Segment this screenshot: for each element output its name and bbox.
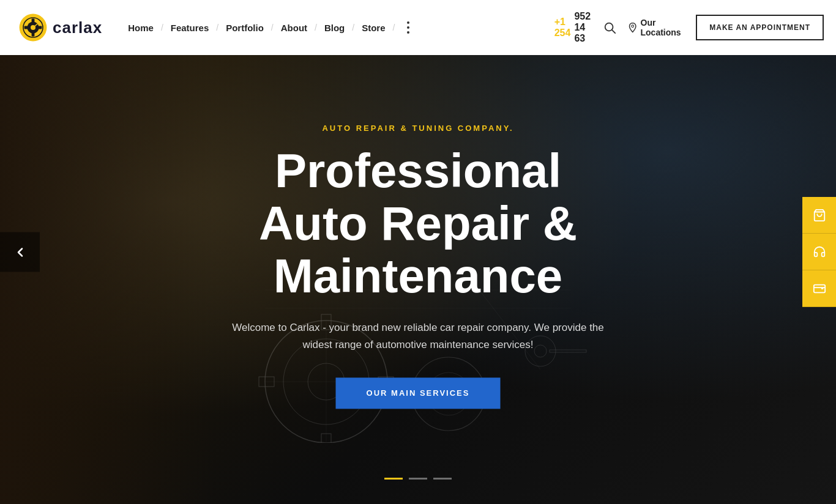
logo[interactable]: carlax [18, 13, 102, 42]
hero-subtitle: Welcome to Carlax - your brand new relia… [225, 320, 611, 353]
sidebar-buttons [802, 197, 836, 307]
header: carlax Home / Features / Portfolio / Abo… [0, 0, 565, 55]
nav-item-portfolio[interactable]: Portfolio [218, 23, 271, 33]
nav-more-button[interactable] [398, 18, 418, 37]
logo-icon [18, 13, 48, 42]
appointment-button[interactable]: MAKE AN APPOINTMENT [696, 15, 824, 40]
nav-sep-6: / [393, 23, 395, 32]
slider-arrow-left[interactable] [0, 232, 40, 272]
nav-item-blog[interactable]: Blog [317, 23, 352, 33]
phone-prefix: +1 254 [554, 17, 571, 39]
search-button[interactable] [603, 15, 616, 40]
hero-section: AUTO REPAIR & TUNING COMPANY. Profession… [0, 0, 836, 504]
svg-rect-24 [32, 19, 35, 23]
nav-item-home[interactable]: Home [121, 23, 161, 33]
main-nav: Home / Features / Portfolio / About / Bl… [121, 18, 418, 37]
nav-item-about[interactable]: About [274, 23, 315, 33]
slide-dot-2[interactable] [409, 478, 427, 480]
logo-text: carlax [53, 18, 102, 37]
slide-dot-3[interactable] [433, 478, 452, 480]
sidebar-wallet-button[interactable] [802, 270, 836, 307]
hero-cta-button[interactable]: OUR MAIN SERVICES [336, 377, 501, 409]
locations-label: Our Locations [641, 18, 684, 37]
header-right: +1 254 952 14 63 Our Locations MAKE AN A… [565, 0, 836, 55]
nav-item-store[interactable]: Store [354, 23, 392, 33]
location-icon [629, 21, 636, 34]
hero-person-overlay [0, 55, 214, 504]
headset-icon [813, 245, 826, 259]
three-dots-icon [407, 21, 409, 34]
sidebar-headset-button[interactable] [802, 234, 836, 270]
cart-icon [813, 209, 826, 222]
slide-indicators [384, 478, 452, 480]
hero-content: AUTO REPAIR & TUNING COMPANY. Profession… [209, 124, 627, 409]
wallet-icon [813, 282, 826, 295]
nav-item-features[interactable]: Features [163, 23, 217, 33]
svg-rect-26 [24, 26, 28, 29]
svg-point-31 [632, 25, 634, 28]
hero-title-line1: Professional [209, 145, 627, 198]
svg-rect-25 [32, 32, 35, 36]
sidebar-cart-button[interactable] [802, 197, 836, 234]
svg-rect-27 [38, 26, 42, 29]
hero-tagline: AUTO REPAIR & TUNING COMPANY. [209, 124, 627, 133]
hero-title-line2: Auto Repair & Maintenance [209, 198, 627, 303]
locations-button[interactable]: Our Locations [629, 18, 684, 37]
phone-area: +1 254 952 14 63 [554, 11, 591, 44]
phone-number: 952 14 63 [574, 11, 591, 44]
svg-line-30 [612, 30, 615, 33]
search-icon [603, 21, 616, 34]
slide-dot-1[interactable] [384, 478, 403, 480]
